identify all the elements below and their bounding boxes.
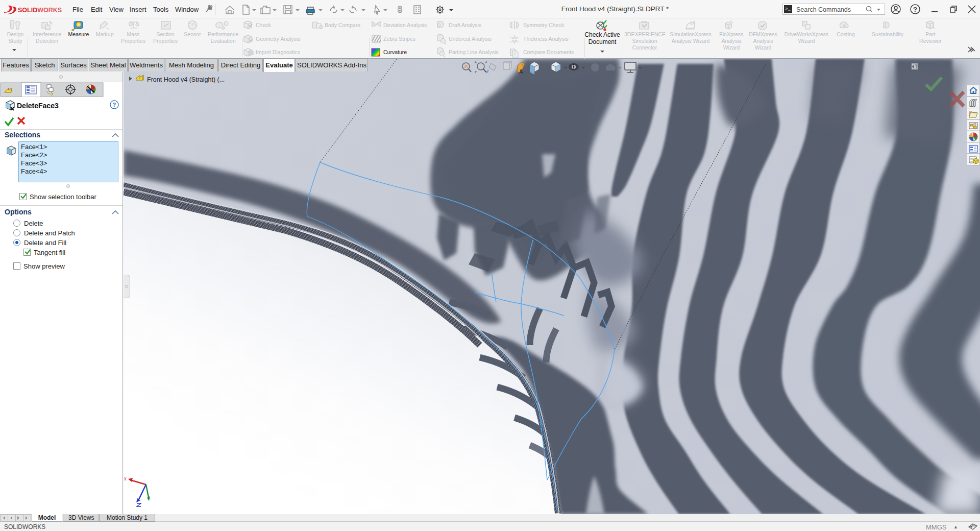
svg-text:SOLIDWORKS: SOLIDWORKS xyxy=(18,7,62,14)
svg-text:x: x xyxy=(124,476,127,481)
svg-text:?: ? xyxy=(113,102,116,108)
svg-text:$: $ xyxy=(843,23,846,28)
svg-text:A: A xyxy=(519,68,523,75)
svg-text:?: ? xyxy=(913,6,917,13)
svg-text:Front Hood v4 (Straight) (...: Front Hood v4 (Straight) (... xyxy=(147,76,225,83)
